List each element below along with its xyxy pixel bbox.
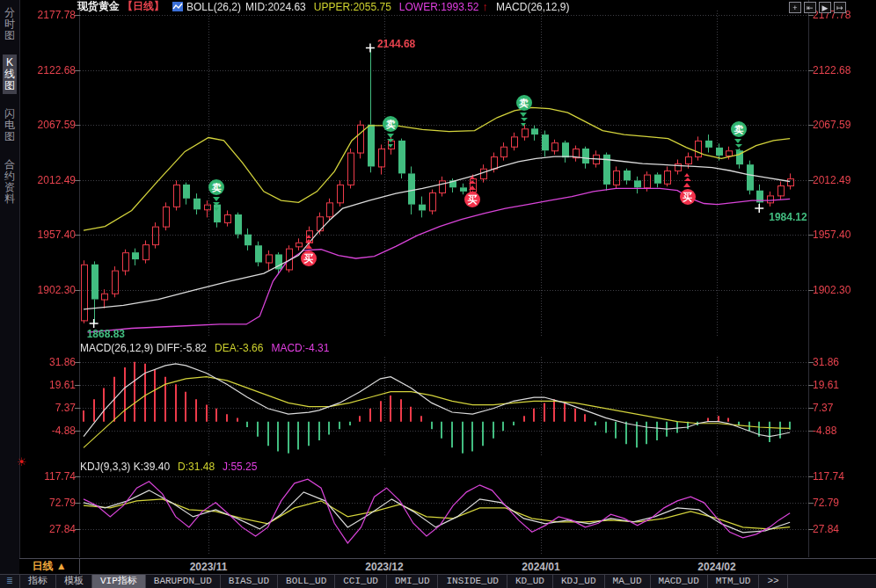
tab-kd_ud[interactable]: KD_UD bbox=[507, 575, 553, 588]
period-tag: 【日线】 bbox=[122, 0, 164, 14]
tab-kdj_ud[interactable]: KDJ_UD bbox=[553, 575, 605, 588]
kdj-d-value: D:31.48 bbox=[178, 461, 215, 473]
price-axis-label: 2122.68 bbox=[813, 64, 850, 76]
sidebar-item-1[interactable]: K线图 bbox=[3, 54, 17, 94]
sell-arrow-icon bbox=[734, 139, 741, 143]
sell-arrow-icon bbox=[387, 139, 394, 142]
macd-dea-value: DEA:-3.66 bbox=[215, 342, 263, 354]
buy-signal-marker: 买 bbox=[301, 250, 317, 266]
boll-upper-value: UPPER:2055.75 bbox=[314, 1, 391, 13]
macd-diff-value: MACD(26,12,9) DIFF:-5.82 bbox=[80, 342, 207, 354]
kdj-panel-header: KDJ(9,3,3) K:39.40D:31.48J:55.25 bbox=[80, 461, 257, 473]
sidebar-item-0[interactable]: 分时图 bbox=[3, 4, 17, 44]
sell-arrow-icon bbox=[213, 202, 220, 206]
buy-signal-marker: 买 bbox=[680, 189, 696, 205]
alert-sun-icon[interactable]: ☀ bbox=[17, 456, 27, 468]
buy-arrow-icon bbox=[305, 244, 312, 249]
zoom-out-axis-icon[interactable]: ⇤ bbox=[804, 2, 816, 13]
macd-axis-label: 19.61 bbox=[813, 379, 839, 391]
sell-arrow-icon bbox=[213, 197, 220, 201]
sidebar-item-3[interactable]: 合约资料 bbox=[3, 156, 17, 207]
kdj-j-value: J:55.25 bbox=[223, 461, 257, 473]
price-axis-label: 1902.30 bbox=[813, 284, 850, 296]
macd-axis-label: 19.61 bbox=[25, 379, 76, 391]
price-axis-label: 2012.49 bbox=[813, 174, 850, 186]
buy-arrow-icon bbox=[684, 178, 691, 181]
price-axis-label: 2012.49 bbox=[25, 174, 76, 186]
kdj-axis-label: 117.74 bbox=[25, 470, 76, 483]
sell-arrow-icon bbox=[735, 149, 741, 153]
tab-[interactable]: >> bbox=[759, 575, 787, 588]
period-selector[interactable]: 日线 ▲ bbox=[19, 559, 80, 574]
buy-arrow-icon bbox=[684, 173, 690, 177]
tab-dmi_ud[interactable]: DMI_UD bbox=[387, 575, 439, 588]
kdj-axis-label: 72.79 bbox=[813, 497, 839, 509]
tab-barupdn_ud[interactable]: BARUPDN_UD bbox=[146, 575, 221, 588]
left-sidebar: 分时图K线图闪电图合约资料 bbox=[0, 0, 20, 574]
price-axis-label: 2067.59 bbox=[813, 119, 850, 131]
sell-signal-marker: 卖 bbox=[516, 95, 532, 111]
tab-macd_ud[interactable]: MACD_UD bbox=[651, 575, 708, 588]
price-annotation: 1984.12 bbox=[769, 211, 807, 223]
tab-boll_ud[interactable]: BOLL_UD bbox=[278, 575, 335, 588]
macd-panel-header: MACD(26,12,9) DIFF:-5.82DEA:-3.66MACD:-4… bbox=[80, 342, 329, 354]
sell-arrow-icon bbox=[388, 144, 393, 148]
indicator-tab-bar: ≣ 指标模板VIP指标BARUPDN_UDBIAS_UDBOLL_UDCCI_U… bbox=[0, 574, 876, 588]
kdj-axis-label: 27.84 bbox=[813, 523, 839, 535]
price-axis-label: 1957.40 bbox=[25, 229, 76, 241]
kdj-axis-label: 27.84 bbox=[25, 523, 76, 535]
tab-[interactable]: 模板 bbox=[56, 575, 92, 588]
buy-arrow-icon bbox=[469, 180, 476, 184]
time-axis-row: 日线 ▲ 2023/112023/122024/012024/02 bbox=[19, 558, 876, 575]
symbol-name: 现货黄金 bbox=[77, 0, 120, 14]
macd-axis-label: 31.86 bbox=[25, 356, 76, 368]
price-axis-label: 1957.40 bbox=[813, 229, 850, 241]
sell-arrow-icon bbox=[735, 144, 742, 148]
up-arrow-icon: ↑ bbox=[483, 0, 489, 13]
tab-bias_ud[interactable]: BIAS_UD bbox=[221, 575, 278, 588]
boll-mid-value: MID:2024.63 bbox=[245, 1, 306, 13]
price-axis-label: 2177.78 bbox=[25, 9, 76, 21]
buy-arrow-icon bbox=[305, 239, 312, 243]
tab-mtm_ud[interactable]: MTM_UD bbox=[708, 575, 760, 588]
sell-arrow-icon bbox=[520, 113, 527, 117]
buy-arrow-icon bbox=[306, 235, 311, 238]
jump-latest-icon[interactable]: ↦ bbox=[834, 2, 846, 13]
tab-ma_ud[interactable]: MA_UD bbox=[605, 575, 651, 588]
crosshair-tool-icon[interactable]: + bbox=[789, 2, 801, 13]
price-axis-label: 2067.59 bbox=[25, 119, 76, 131]
sell-arrow-icon bbox=[387, 134, 394, 138]
zoom-in-axis-icon[interactable]: ▶ bbox=[819, 2, 831, 13]
date-label: 2023/11 bbox=[173, 561, 244, 573]
sidebar-item-2[interactable]: 闪电图 bbox=[3, 105, 17, 145]
macd-macd-value: MACD:-4.31 bbox=[271, 342, 329, 354]
tab-cci_ud[interactable]: CCI_UD bbox=[335, 575, 387, 588]
menu-icon[interactable]: ≣ bbox=[0, 575, 20, 588]
tab-vip[interactable]: VIP指标 bbox=[92, 575, 146, 588]
price-annotation: 1868.83 bbox=[87, 328, 125, 340]
macd-axis-label: -4.88 bbox=[25, 425, 76, 437]
tab-[interactable]: 指标 bbox=[20, 575, 56, 588]
macd-param-label: MACD(26,12,9) bbox=[496, 1, 569, 13]
price-annotation: 2144.68 bbox=[377, 38, 415, 50]
macd-axis-label: 7.37 bbox=[813, 402, 833, 414]
boll-label: BOLL(26,2) bbox=[186, 1, 241, 13]
buy-arrow-icon bbox=[469, 185, 476, 190]
kdj-axis-label: 72.79 bbox=[25, 497, 76, 509]
sell-arrow-icon bbox=[521, 123, 526, 127]
chart-toolbar: +⇤▶↦ bbox=[789, 2, 846, 13]
price-axis-label: 1902.30 bbox=[25, 284, 76, 296]
chart-canvas[interactable] bbox=[0, 0, 876, 588]
buy-arrow-icon bbox=[683, 183, 690, 187]
macd-axis-label: -4.88 bbox=[813, 425, 836, 437]
trading-app-window: 现货黄金 【日线】 BOLL(26,2) MID:2024.63 UPPER:2… bbox=[0, 0, 876, 588]
kdj-axis-label: 117.74 bbox=[813, 470, 844, 483]
kdj-k-value: KDJ(9,3,3) K:39.40 bbox=[80, 461, 170, 473]
date-label: 2024/02 bbox=[682, 561, 752, 573]
macd-axis-label: 31.86 bbox=[813, 356, 839, 368]
date-label: 2023/12 bbox=[349, 561, 420, 573]
sell-arrow-icon bbox=[214, 207, 219, 211]
tab-inside_ud[interactable]: INSIDE_UD bbox=[438, 575, 507, 588]
boll-lower-value: LOWER:1993.52 bbox=[399, 1, 479, 13]
mini-chart-icon bbox=[172, 2, 183, 11]
